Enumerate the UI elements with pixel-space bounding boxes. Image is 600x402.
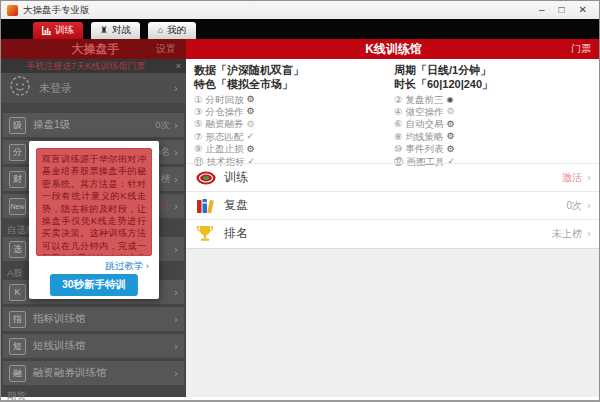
- row-training[interactable]: 训练 激活 ›: [186, 163, 600, 191]
- skip-tutorial-link[interactable]: 跳过教学 ›: [105, 260, 149, 273]
- wealth-badge: 财: [9, 171, 26, 188]
- feature-list: ①分时回放 ③分仓操作 ⑤融资融券 ⑦形态匹配 ⑨止盈止损 ⑪技术指标 ②复盘前…: [194, 93, 594, 167]
- ticket-button[interactable]: 门票: [571, 42, 600, 56]
- sidebar-item-margin-hall[interactable]: 融 融资融券训练馆 ›: [3, 361, 184, 385]
- check-icon: [247, 130, 255, 142]
- sidebar-item-shortterm-hall[interactable]: 短 短线训练馆 ›: [3, 334, 184, 358]
- left-panel-title: 大操盘手: [1, 41, 156, 58]
- window-title: 大操盘手专业版: [23, 4, 539, 17]
- info-feature: 特色「模拟全市场」: [194, 77, 394, 91]
- eye-icon: [447, 93, 454, 105]
- action-rows: 训练 激活 › 复盘 0次 › 排名 未上榜 ›: [186, 163, 600, 247]
- chevron-right-icon: ›: [174, 201, 178, 212]
- page-title: K线训练馆: [186, 41, 571, 58]
- feature-item: ⑨止盈止损: [194, 143, 394, 155]
- app-window: 大操盘手专业版 – □ ✕ 训练 ♜ 对战 ⌂ 我的 大操盘手 设置 K线训练馆…: [0, 0, 600, 402]
- score-badge: 分: [9, 144, 26, 161]
- login-status-label: 未登录: [31, 81, 174, 96]
- kline-badge: K: [9, 284, 26, 301]
- gear-icon: [247, 93, 255, 105]
- chevron-right-icon: ›: [174, 244, 178, 255]
- indicator-badge: 指: [9, 311, 26, 328]
- settings-button[interactable]: 设置: [156, 42, 186, 56]
- chevron-right-icon: ›: [174, 174, 178, 185]
- info-period: 周期「日线/1分钟」: [394, 63, 594, 77]
- chevron-right-icon: ›: [174, 147, 178, 158]
- chevron-right-icon: ›: [174, 287, 178, 298]
- margin-badge: 融: [9, 365, 26, 382]
- profile-row[interactable]: 未登录 ›: [1, 73, 186, 103]
- notice-close-icon[interactable]: ×: [171, 61, 186, 71]
- gear-icon: [447, 130, 455, 142]
- shortterm-badge: 短: [9, 338, 26, 355]
- chevron-right-icon: ›: [174, 314, 178, 325]
- feature-item: ⑥自动交易: [394, 118, 594, 130]
- battle-icon: ♜: [100, 26, 108, 35]
- feature-item: ③分仓操作: [194, 105, 394, 117]
- chevron-right-icon: ›: [587, 200, 591, 211]
- empty-content-area: [186, 248, 600, 397]
- title-bar: 大操盘手专业版 – □ ✕: [1, 1, 599, 19]
- gear-icon: [247, 143, 255, 155]
- home-icon: ⌂: [158, 26, 163, 35]
- avatar: [9, 75, 31, 101]
- hall-info-block: 数据「沪深随机双盲」 特色「模拟全市场」 周期「日线/1分钟」 时长「60|12…: [194, 63, 594, 91]
- close-button[interactable]: ✕: [579, 4, 587, 16]
- gear-icon: [247, 105, 255, 117]
- right-panel-header: K线训练馆 门票: [186, 39, 600, 59]
- sidebar-item-level[interactable]: 级 操盘1级 0次 ›: [3, 113, 184, 137]
- gear-icon: [447, 105, 455, 117]
- chevron-right-icon: ›: [587, 228, 591, 239]
- gear-icon: [447, 118, 455, 130]
- quick-training-button[interactable]: 30秒新手特训: [50, 274, 138, 296]
- section-header-futures: 期货: [7, 390, 182, 402]
- chevron-right-icon: ›: [174, 83, 178, 94]
- tab-label: 训练: [55, 24, 74, 37]
- chevron-right-icon: ›: [174, 368, 178, 379]
- tutorial-popup-text: 双盲训练源于华尔街对冲基金培养股票操盘手的秘密系统。其方法是：针对一段有统计意义…: [36, 148, 152, 256]
- new-badge: New: [9, 198, 26, 215]
- row-ranking[interactable]: 排名 未上榜 ›: [186, 219, 600, 247]
- chevron-right-icon: ›: [174, 120, 178, 131]
- tab-label: 我的: [167, 24, 186, 37]
- gear-icon: [247, 118, 255, 130]
- promo-notice-text: 手机注册送7天K线训练馆门票: [1, 60, 171, 73]
- tab-mine[interactable]: ⌂ 我的: [148, 22, 196, 39]
- promo-notice-bar[interactable]: 手机注册送7天K线训练馆门票 ×: [1, 59, 186, 73]
- feature-item: ⑤融资融券: [194, 118, 394, 130]
- bar-chart-icon: [42, 26, 51, 35]
- feature-item: ④做空操作: [394, 105, 594, 117]
- main-content: 数据「沪深随机双盲」 特色「模拟全市场」 周期「日线/1分钟」 时长「60|12…: [186, 59, 600, 397]
- app-logo-icon: [7, 5, 18, 16]
- sidebar-item-indicator-hall[interactable]: 指 指标训练馆 ›: [3, 307, 184, 331]
- gear-icon: [447, 143, 455, 155]
- chevron-right-icon: ›: [174, 341, 178, 352]
- feature-item: ①分时回放: [194, 93, 394, 105]
- tab-training[interactable]: 训练: [33, 22, 83, 39]
- left-panel-header: 大操盘手 设置: [1, 39, 186, 59]
- row-review[interactable]: 复盘 0次 ›: [186, 191, 600, 219]
- watchlist-badge: 选: [9, 241, 26, 258]
- feature-item: ⑦形态匹配: [194, 130, 394, 142]
- tab-battle[interactable]: ♜ 对战: [91, 22, 140, 39]
- level-badge: 级: [9, 117, 26, 134]
- books-icon: [196, 198, 218, 214]
- minimize-button[interactable]: –: [539, 4, 545, 16]
- chevron-right-icon: ›: [587, 172, 591, 183]
- main-tab-bar: 训练 ♜ 对战 ⌂ 我的: [1, 19, 599, 39]
- feature-item: ②复盘前三: [394, 93, 594, 105]
- tutorial-popup: 双盲训练源于华尔街对冲基金培养股票操盘手的秘密系统。其方法是：针对一段有统计意义…: [29, 141, 159, 299]
- feature-item: ⑩事件列表: [394, 143, 594, 155]
- maximize-button[interactable]: □: [559, 4, 565, 16]
- tab-label: 对战: [112, 24, 131, 37]
- trophy-icon: [196, 225, 218, 242]
- feature-item: ⑧均线策略: [394, 130, 594, 142]
- info-data: 数据「沪深随机双盲」: [194, 63, 394, 77]
- info-duration: 时长「60|120|240」: [394, 77, 594, 91]
- stadium-icon: [196, 171, 218, 185]
